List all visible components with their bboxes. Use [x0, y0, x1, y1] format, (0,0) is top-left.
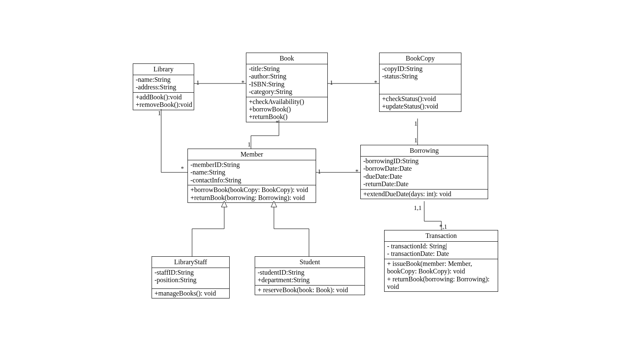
class-library: Library -name:String -address:String +ad…	[133, 63, 194, 110]
class-title: LibraryStaff	[152, 257, 229, 268]
class-title: Transaction	[385, 230, 498, 242]
class-attrs: -copyID:String -status:String	[380, 64, 461, 94]
class-title: Member	[188, 149, 316, 160]
mult: 1	[196, 79, 200, 86]
class-member: Member -memberID:String -name:String -co…	[187, 149, 316, 203]
mult: 1,1	[414, 205, 422, 212]
mult: *,1	[439, 223, 447, 230]
mult: *	[276, 119, 279, 126]
mult: 1	[414, 120, 418, 127]
mult: *	[355, 168, 359, 175]
class-attrs: -name:String -address:String	[133, 75, 194, 93]
class-transaction: Transaction - transactionId: String| - t…	[384, 230, 498, 292]
class-borrowing: Borrowing -borrowingID:String -borrowDat…	[360, 145, 488, 199]
class-title: Student	[255, 257, 365, 268]
mult: 1	[158, 110, 161, 117]
class-ops: + issueBook(member: Member, bookCopy: Bo…	[385, 259, 498, 292]
class-ops: +manageBooks(): void	[152, 289, 229, 298]
class-title: BookCopy	[380, 53, 461, 64]
class-ops: +checkStatus():void +updateStatus():void	[380, 94, 461, 111]
mult: 1	[414, 137, 418, 144]
class-attrs: -studentID:String +department:String	[255, 268, 365, 286]
class-attrs: -title:String -author:String -ISBN:Strin…	[246, 64, 327, 97]
mult: *	[181, 165, 184, 172]
class-ops: +borrowBook(bookCopy: BookCopy): void +r…	[188, 185, 316, 202]
class-title: Library	[133, 64, 194, 75]
class-student: Student -studentID:String +department:St…	[255, 256, 365, 295]
class-librarystaff: LibraryStaff -staffID:String -position:S…	[152, 256, 230, 298]
class-ops: +checkAvailability() +borrowBook() +retu…	[246, 97, 327, 122]
mult: *	[241, 79, 245, 86]
uml-canvas: Library -name:String -address:String +ad…	[0, 0, 633, 364]
class-attrs: - transactionId: String| - transactionDa…	[385, 242, 498, 259]
viewport-clip	[0, 301, 633, 364]
mult: 1	[330, 79, 333, 86]
mult: 1	[318, 168, 321, 175]
class-bookcopy: BookCopy -copyID:String -status:String +…	[379, 53, 461, 112]
class-ops: +extendDueDate(days: int): void	[361, 190, 488, 199]
class-book: Book -title:String -author:String -ISBN:…	[246, 53, 328, 122]
class-attrs: -borrowingID:String -borrowDate:Date -du…	[361, 157, 488, 190]
class-ops: +addBook():void +removeBook():void	[133, 93, 194, 110]
mult: *	[374, 79, 377, 86]
mult: 1	[248, 141, 251, 148]
class-attrs: -memberID:String -name:String -contactIn…	[188, 160, 316, 185]
class-title: Book	[246, 53, 327, 64]
class-ops: + reserveBook(book: Book): void	[255, 286, 365, 295]
class-title: Borrowing	[361, 145, 488, 157]
class-attrs: -staffID:String -position:String	[152, 268, 229, 289]
